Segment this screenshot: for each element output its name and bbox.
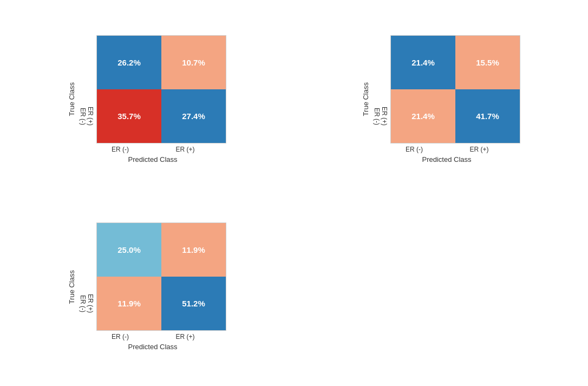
chart-2-cell-00: 21.4% xyxy=(391,36,455,89)
chart-3-area: True Class ER (-) ER (+) 25.0% 11.9% 11.… xyxy=(68,223,226,351)
chart-3-cell-01: 11.9% xyxy=(161,223,226,277)
chart-2-cell-11: 41.7% xyxy=(455,89,520,143)
chart-1-matrix-area: ER (-) ER (+) 26.2% 10.7% 35.7% 27.4% xyxy=(79,35,226,143)
chart-2-y-tick-0: ER (-) xyxy=(373,89,381,143)
chart-1-y-tick-1: ER (+) xyxy=(87,89,94,143)
chart-1-x-title: Predicted Class xyxy=(128,155,177,163)
chart-3-x-ticks: ER (-) ER (+) xyxy=(88,333,218,341)
chart-2-y-ticks: ER (-) ER (+) xyxy=(373,35,388,143)
chart-1-x-tick-1: ER (+) xyxy=(153,146,218,153)
chart-1-y-title: True Class xyxy=(68,82,76,116)
chart-3-y-title: True Class xyxy=(68,270,76,304)
chart-1-y-ticks: ER (-) ER (+) xyxy=(79,35,94,143)
chart-3-wrapper: True Class ER (-) ER (+) 25.0% 11.9% 11.… xyxy=(0,193,294,381)
chart-3-y-tick-1: ER (+) xyxy=(87,277,94,331)
charts-container: True Class ER (-) ER (+) 26.2% 10.7% 35.… xyxy=(0,0,588,386)
chart-1-wrapper: True Class ER (-) ER (+) 26.2% 10.7% 35.… xyxy=(0,5,294,193)
chart-2-area: True Class ER (-) ER (+) 21.4% 15.5% 21.… xyxy=(362,35,520,163)
chart-1-area: True Class ER (-) ER (+) 26.2% 10.7% 35.… xyxy=(68,35,226,163)
chart-3-matrix-section: ER (-) ER (+) 25.0% 11.9% 11.9% 51.2% ER… xyxy=(79,223,226,351)
chart-3-cell-00: 25.0% xyxy=(97,223,161,277)
chart-3-matrix-area: ER (-) ER (+) 25.0% 11.9% 11.9% 51.2% xyxy=(79,223,226,331)
chart-1-x-tick-0: ER (-) xyxy=(88,146,153,153)
chart-3-y-tick-0: ER (-) xyxy=(79,277,87,331)
chart-2-x-title: Predicted Class xyxy=(422,155,471,163)
chart-2-x-tick-0: ER (-) xyxy=(382,146,447,153)
chart-1-cell-10: 35.7% xyxy=(97,89,161,143)
chart-4-empty xyxy=(294,193,588,381)
chart-1-cell-11: 27.4% xyxy=(161,89,226,143)
chart-2-matrix-section: ER (-) ER (+) 21.4% 15.5% 21.4% 41.7% ER… xyxy=(373,35,520,163)
chart-1-cell-00: 26.2% xyxy=(97,36,161,89)
chart-2-x-tick-1: ER (+) xyxy=(447,146,512,153)
chart-2-cell-01: 15.5% xyxy=(455,36,520,89)
chart-3-x-tick-1: ER (+) xyxy=(153,333,218,341)
chart-3-x-tick-0: ER (-) xyxy=(88,333,153,341)
chart-2-y-tick-1: ER (+) xyxy=(381,89,388,143)
chart-3-y-ticks: ER (-) ER (+) xyxy=(79,223,94,331)
chart-2-matrix: 21.4% 15.5% 21.4% 41.7% xyxy=(390,35,520,143)
chart-3-cell-11: 51.2% xyxy=(161,277,226,330)
chart-1-cell-01: 10.7% xyxy=(161,36,226,89)
chart-2-wrapper: True Class ER (-) ER (+) 21.4% 15.5% 21.… xyxy=(294,5,588,193)
chart-2-cell-10: 21.4% xyxy=(391,89,455,143)
chart-3-matrix: 25.0% 11.9% 11.9% 51.2% xyxy=(96,223,226,331)
chart-1-x-ticks: ER (-) ER (+) xyxy=(88,146,218,153)
chart-2-x-ticks: ER (-) ER (+) xyxy=(382,146,512,153)
chart-3-cell-10: 11.9% xyxy=(97,277,161,330)
chart-2-matrix-area: ER (-) ER (+) 21.4% 15.5% 21.4% 41.7% xyxy=(373,35,520,143)
chart-2-y-title: True Class xyxy=(362,82,370,116)
chart-1-matrix-section: ER (-) ER (+) 26.2% 10.7% 35.7% 27.4% ER… xyxy=(79,35,226,163)
chart-1-y-tick-0: ER (-) xyxy=(79,89,87,143)
chart-3-x-title: Predicted Class xyxy=(128,343,177,351)
chart-1-matrix: 26.2% 10.7% 35.7% 27.4% xyxy=(96,35,226,143)
